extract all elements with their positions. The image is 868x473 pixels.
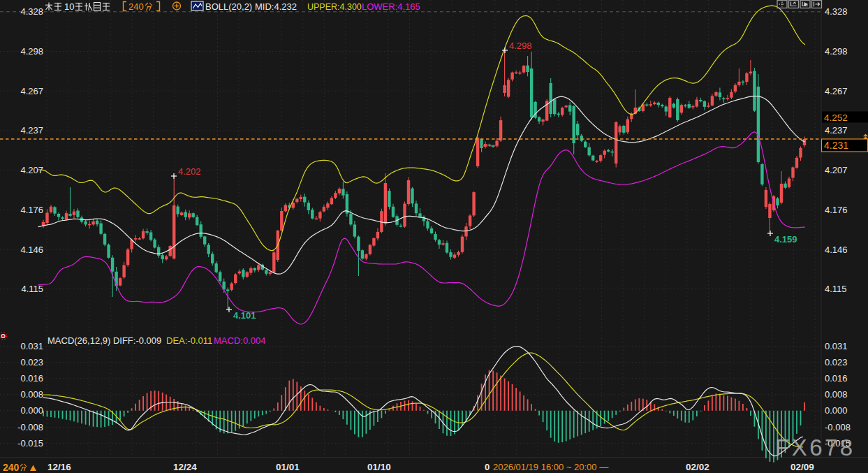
svg-text:MID:4.232: MID:4.232 — [255, 1, 297, 12]
svg-text:0: 0 — [485, 462, 490, 472]
svg-text:4.101: 4.101 — [233, 310, 256, 321]
svg-text:01/10: 01/10 — [367, 462, 391, 472]
svg-text:0.031: 0.031 — [825, 341, 848, 351]
svg-text:4.176: 4.176 — [825, 205, 848, 215]
svg-text:MACD(26,12,9) DIFF:-0.009: MACD(26,12,9) DIFF:-0.009 — [47, 335, 161, 346]
svg-text:2026/01/19 16:00 ~ 20:00 —: 2026/01/19 16:00 ~ 20:00 — — [493, 462, 608, 472]
svg-text:0.008: 0.008 — [20, 389, 43, 400]
svg-text:10: 10 — [64, 1, 74, 12]
svg-text:4.267: 4.267 — [825, 86, 848, 96]
svg-text:4.146: 4.146 — [825, 245, 848, 255]
svg-text:0.031: 0.031 — [20, 341, 43, 351]
svg-text:4.202: 4.202 — [178, 166, 201, 177]
svg-text:-0.008: -0.008 — [825, 422, 851, 432]
svg-text:4.267: 4.267 — [20, 86, 43, 96]
svg-text:0.023: 0.023 — [20, 357, 43, 368]
svg-text:DEA:-0.011: DEA:-0.011 — [166, 335, 212, 346]
svg-text:4.207: 4.207 — [825, 165, 848, 175]
svg-text:12/16: 12/16 — [47, 462, 71, 472]
svg-text:4.328: 4.328 — [20, 6, 43, 17]
svg-text:4.252: 4.252 — [824, 112, 848, 123]
svg-text:-0.008: -0.008 — [17, 422, 43, 432]
svg-text:4.328: 4.328 — [825, 6, 848, 17]
svg-text:4.298: 4.298 — [509, 41, 532, 51]
svg-text:4.298: 4.298 — [20, 46, 43, 57]
svg-text:4.237: 4.237 — [825, 125, 848, 136]
svg-text:0.008: 0.008 — [825, 389, 848, 400]
svg-text:LOWER:4.165: LOWER:4.165 — [362, 1, 420, 12]
svg-text:0.023: 0.023 — [825, 357, 848, 368]
svg-text:4.159: 4.159 — [774, 234, 797, 245]
svg-text:4.231: 4.231 — [824, 140, 848, 151]
svg-text:01/01: 01/01 — [276, 462, 300, 472]
svg-text:4.237: 4.237 — [20, 125, 43, 136]
svg-text:FX678: FX678 — [775, 435, 855, 460]
svg-text:4.146: 4.146 — [20, 245, 43, 255]
svg-text:12/24: 12/24 — [173, 462, 197, 472]
svg-text:02/02: 02/02 — [686, 462, 709, 472]
svg-text:4.176: 4.176 — [20, 205, 43, 215]
svg-text:4.115: 4.115 — [21, 284, 43, 294]
svg-text:240: 240 — [128, 1, 144, 12]
svg-text:0.000: 0.000 — [20, 405, 43, 416]
svg-text:240: 240 — [3, 462, 20, 473]
svg-text:4.298: 4.298 — [825, 46, 848, 57]
svg-text:0.016: 0.016 — [825, 373, 848, 384]
svg-text:UPPER:4.300: UPPER:4.300 — [307, 2, 362, 12]
svg-text:4.115: 4.115 — [825, 284, 847, 294]
svg-text:MACD:0.004: MACD:0.004 — [214, 335, 265, 346]
svg-text:0.000: 0.000 — [825, 405, 848, 416]
svg-text:4.207: 4.207 — [20, 165, 43, 175]
svg-text:-0.015: -0.015 — [17, 438, 43, 449]
svg-text:BOLL(20,2): BOLL(20,2) — [205, 1, 252, 12]
svg-text:0.016: 0.016 — [20, 373, 43, 384]
svg-text:02/09: 02/09 — [790, 462, 814, 472]
